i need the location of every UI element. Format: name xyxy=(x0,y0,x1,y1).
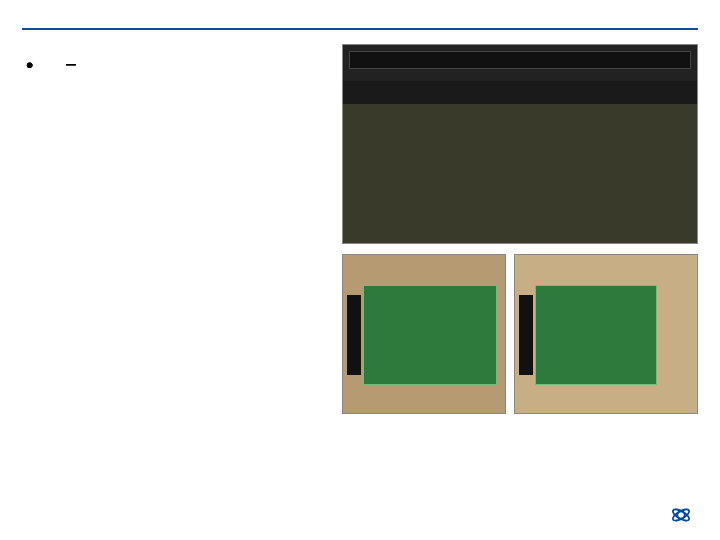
rack-unit xyxy=(349,51,691,69)
text-column xyxy=(22,44,332,414)
content-row xyxy=(22,44,698,414)
pcb xyxy=(363,285,497,385)
pcb xyxy=(535,285,657,385)
footer xyxy=(22,504,698,526)
photo-pcb-right xyxy=(514,254,698,414)
photo-pcb-left xyxy=(342,254,506,414)
front-panel xyxy=(519,295,533,375)
title-rule xyxy=(22,28,698,30)
front-panel xyxy=(347,295,361,375)
photo-row xyxy=(342,254,698,414)
slide xyxy=(0,0,720,540)
photo-rack-cables xyxy=(342,44,698,244)
slide-title xyxy=(22,18,698,24)
image-column xyxy=(342,44,698,414)
brand-logo xyxy=(670,504,698,526)
fermilab-icon xyxy=(670,504,692,526)
